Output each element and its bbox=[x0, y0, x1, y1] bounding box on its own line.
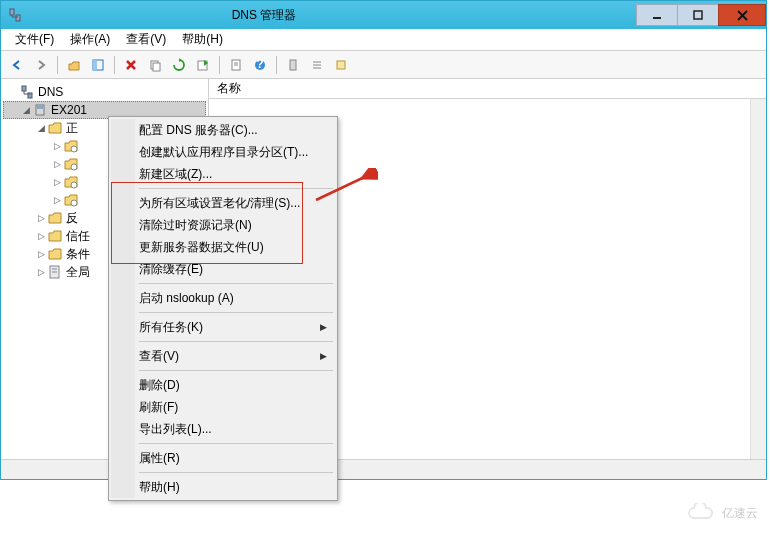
folder-icon bbox=[47, 210, 63, 226]
svg-rect-3 bbox=[694, 11, 702, 19]
menu-view[interactable]: 查看(V)▶ bbox=[111, 345, 335, 367]
menu-view[interactable]: 查看(V) bbox=[118, 28, 174, 51]
help-button[interactable]: ? bbox=[250, 55, 270, 75]
up-folder-button[interactable] bbox=[64, 55, 84, 75]
zone-icon bbox=[63, 156, 79, 172]
tree-root-label: DNS bbox=[38, 85, 63, 99]
svg-rect-26 bbox=[37, 106, 43, 109]
svg-rect-18 bbox=[290, 60, 296, 70]
forward-button[interactable] bbox=[31, 55, 51, 75]
menu-clear-cache[interactable]: 清除缓存(E) bbox=[111, 258, 335, 280]
expand-icon[interactable]: ▷ bbox=[35, 267, 47, 277]
menu-clear-stale[interactable]: 清除过时资源记录(N) bbox=[111, 214, 335, 236]
svg-point-27 bbox=[71, 146, 77, 152]
delete-button[interactable] bbox=[121, 55, 141, 75]
tree-reverse-label: 反 bbox=[66, 210, 78, 227]
expand-icon[interactable]: ▷ bbox=[51, 177, 63, 187]
svg-point-28 bbox=[71, 164, 77, 170]
detail-button[interactable] bbox=[331, 55, 351, 75]
menu-all-tasks-label: 所有任务(K) bbox=[139, 319, 203, 336]
menu-refresh[interactable]: 刷新(F) bbox=[111, 396, 335, 418]
window-title: DNS 管理器 bbox=[31, 7, 637, 24]
zone-icon bbox=[63, 174, 79, 190]
dns-app-icon bbox=[7, 7, 23, 23]
expand-icon[interactable]: ▷ bbox=[51, 141, 63, 151]
menu-all-tasks[interactable]: 所有任务(K)▶ bbox=[111, 316, 335, 338]
menu-update-data[interactable]: 更新服务器数据文件(U) bbox=[111, 236, 335, 258]
menu-properties[interactable]: 属性(R) bbox=[111, 447, 335, 469]
titlebar: DNS 管理器 bbox=[1, 1, 766, 29]
menu-separator bbox=[139, 370, 333, 371]
refresh-button[interactable] bbox=[169, 55, 189, 75]
menu-separator bbox=[139, 472, 333, 473]
cloud-icon bbox=[686, 503, 716, 523]
menu-nslookup[interactable]: 启动 nslookup (A) bbox=[111, 287, 335, 309]
folder-icon bbox=[47, 228, 63, 244]
copy-button[interactable] bbox=[145, 55, 165, 75]
toolbar: ? bbox=[1, 51, 766, 79]
server-icon bbox=[32, 102, 48, 118]
context-menu: 配置 DNS 服务器(C)... 创建默认应用程序目录分区(T)... 新建区域… bbox=[108, 116, 338, 501]
menu-help[interactable]: 帮助(H) bbox=[174, 28, 231, 51]
export-button[interactable] bbox=[193, 55, 213, 75]
svg-rect-11 bbox=[153, 63, 160, 71]
svg-rect-0 bbox=[10, 9, 14, 15]
maximize-button[interactable] bbox=[677, 4, 719, 26]
tree-root-dns[interactable]: DNS bbox=[3, 83, 206, 101]
close-button[interactable] bbox=[718, 4, 766, 26]
tree-trust-label: 信任 bbox=[66, 228, 90, 245]
properties-button[interactable] bbox=[226, 55, 246, 75]
window-controls bbox=[637, 4, 766, 26]
submenu-arrow-icon: ▶ bbox=[320, 322, 327, 332]
tree-server-label: EX201 bbox=[51, 103, 87, 117]
watermark-text: 亿速云 bbox=[722, 505, 758, 522]
menu-file[interactable]: 文件(F) bbox=[7, 28, 62, 51]
svg-point-29 bbox=[71, 182, 77, 188]
watermark: 亿速云 bbox=[686, 503, 758, 523]
svg-rect-7 bbox=[93, 60, 97, 70]
menu-separator bbox=[139, 283, 333, 284]
svg-rect-1 bbox=[16, 15, 20, 21]
expand-icon[interactable]: ▷ bbox=[35, 231, 47, 241]
menu-export-list[interactable]: 导出列表(L)... bbox=[111, 418, 335, 440]
minimize-button[interactable] bbox=[636, 4, 678, 26]
vertical-scrollbar[interactable] bbox=[750, 99, 766, 459]
column-name[interactable]: 名称 bbox=[217, 80, 241, 97]
expand-icon[interactable]: ▷ bbox=[35, 249, 47, 259]
folder-icon bbox=[47, 246, 63, 262]
menu-separator bbox=[139, 341, 333, 342]
menu-separator bbox=[139, 312, 333, 313]
log-icon bbox=[47, 264, 63, 280]
show-hide-button[interactable] bbox=[88, 55, 108, 75]
expand-icon[interactable]: ▷ bbox=[51, 159, 63, 169]
svg-rect-22 bbox=[337, 61, 345, 69]
list-header[interactable]: 名称 bbox=[209, 79, 766, 99]
zone-icon bbox=[63, 192, 79, 208]
menu-configure-dns[interactable]: 配置 DNS 服务器(C)... bbox=[111, 119, 335, 141]
tree-forward-label: 正 bbox=[66, 120, 78, 137]
tree-global-label: 全局 bbox=[66, 264, 90, 281]
collapse-icon[interactable]: ◢ bbox=[35, 123, 47, 133]
list-button[interactable] bbox=[307, 55, 327, 75]
menubar: 文件(F) 操作(A) 查看(V) 帮助(H) bbox=[1, 29, 766, 51]
svg-text:?: ? bbox=[256, 58, 263, 71]
svg-point-30 bbox=[71, 200, 77, 206]
menu-new-zone[interactable]: 新建区域(Z)... bbox=[111, 163, 335, 185]
submenu-arrow-icon: ▶ bbox=[320, 351, 327, 361]
zone-icon bbox=[63, 138, 79, 154]
svg-rect-23 bbox=[22, 86, 26, 91]
expand-icon[interactable]: ▷ bbox=[51, 195, 63, 205]
menu-separator bbox=[139, 443, 333, 444]
back-button[interactable] bbox=[7, 55, 27, 75]
menu-action[interactable]: 操作(A) bbox=[62, 28, 118, 51]
filter-button[interactable] bbox=[283, 55, 303, 75]
menu-separator bbox=[139, 188, 333, 189]
expand-icon[interactable]: ▷ bbox=[35, 213, 47, 223]
menu-aging-scavenging[interactable]: 为所有区域设置老化/清理(S)... bbox=[111, 192, 335, 214]
folder-icon bbox=[47, 120, 63, 136]
menu-delete[interactable]: 删除(D) bbox=[111, 374, 335, 396]
collapse-icon[interactable]: ◢ bbox=[20, 105, 32, 115]
menu-help[interactable]: 帮助(H) bbox=[111, 476, 335, 498]
menu-create-partition[interactable]: 创建默认应用程序目录分区(T)... bbox=[111, 141, 335, 163]
tree-condition-label: 条件 bbox=[66, 246, 90, 263]
